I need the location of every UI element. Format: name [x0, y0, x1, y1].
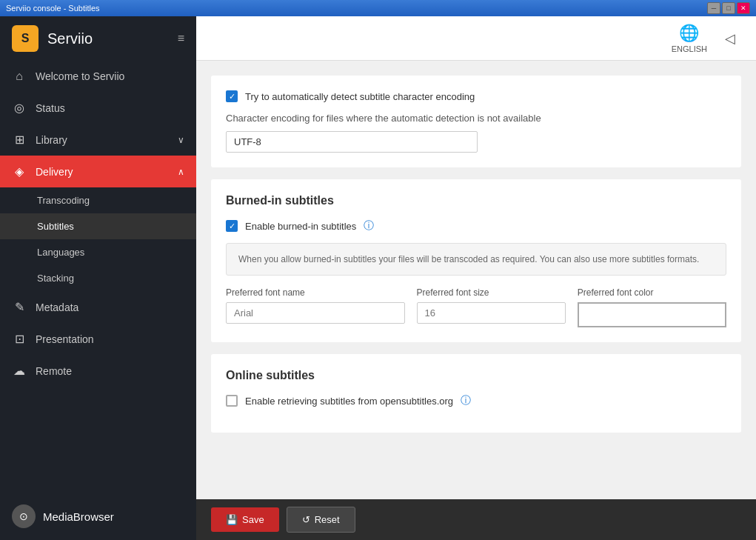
online-subtitles-section: Online subtitles Enable retrieving subti…	[211, 354, 741, 433]
app-window: Serviio console - Subtitles ─ □ ✕ S Serv…	[0, 0, 756, 540]
font-fields-row: Preferred font name Preferred font size …	[226, 287, 726, 327]
sidebar-item-stacking[interactable]: Stacking	[0, 265, 196, 291]
sidebar-item-remote[interactable]: ☁ Remote	[0, 355, 196, 387]
save-button[interactable]: 💾 Save	[211, 507, 279, 532]
font-name-group: Preferred font name	[226, 287, 405, 327]
font-size-input[interactable]	[417, 302, 566, 324]
hamburger-menu[interactable]: ≡	[178, 32, 184, 45]
font-color-group: Preferred font color	[578, 287, 726, 327]
main-content: 🌐 ENGLISH ◁ ✓ Try to automatically detec…	[196, 16, 756, 540]
online-section-title: Online subtitles	[226, 369, 726, 382]
app-name: Serviio	[47, 30, 93, 47]
sidebar-item-label: Status	[36, 102, 65, 114]
close-button[interactable]: ✕	[737, 2, 750, 14]
content-header: 🌐 ENGLISH ◁	[196, 16, 756, 61]
reset-button[interactable]: ↺ Reset	[287, 507, 355, 533]
font-name-label: Preferred font name	[226, 287, 405, 298]
burned-enable-checkbox[interactable]: ✓	[226, 220, 238, 232]
media-browser-icon: ⊙	[12, 504, 36, 528]
sidebar-item-label: Library	[36, 134, 67, 146]
status-icon: ◎	[12, 101, 27, 115]
language-label: ENGLISH	[672, 44, 707, 53]
sidebar-sub-label: Transcoding	[37, 195, 90, 206]
sidebar-item-transcoding[interactable]: Transcoding	[0, 187, 196, 213]
sidebar-item-presentation[interactable]: ⊡ Presentation	[0, 323, 196, 355]
content-scroll: ✓ Try to automatically detect subtitle c…	[196, 61, 756, 499]
sidebar-sub-label: Subtitles	[37, 221, 74, 232]
sidebar: S Serviio ≡ ⌂ Welcome to Serviio ◎ Statu…	[0, 16, 196, 540]
reset-icon: ↺	[302, 514, 310, 525]
metadata-icon: ✎	[12, 300, 27, 314]
delivery-icon: ◈	[12, 164, 27, 179]
opensubtitles-checkbox[interactable]	[226, 395, 238, 407]
auto-detect-label: Try to automatically detect subtitle cha…	[245, 91, 475, 102]
burned-help-icon[interactable]: ⓘ	[364, 219, 374, 233]
globe-icon: 🌐	[679, 24, 699, 43]
sidebar-item-status[interactable]: ◎ Status	[0, 92, 196, 124]
sidebar-item-label: Remote	[36, 365, 72, 377]
chevron-down-icon: ∨	[178, 135, 184, 145]
collapse-button[interactable]: ◁	[719, 27, 741, 50]
burned-section-title: Burned-in subtitles	[226, 194, 726, 207]
library-icon: ⊞	[12, 133, 27, 147]
auto-detect-row: ✓ Try to automatically detect subtitle c…	[226, 90, 726, 102]
checkmark-icon: ✓	[229, 221, 235, 231]
sidebar-header: S Serviio ≡	[0, 16, 196, 61]
sidebar-sub-label: Stacking	[37, 273, 74, 284]
minimize-button[interactable]: ─	[707, 2, 720, 14]
sidebar-item-library[interactable]: ⊞ Library ∨	[0, 124, 196, 156]
font-size-label: Preferred font size	[417, 287, 566, 298]
save-icon: 💾	[226, 514, 238, 525]
auto-detect-section: ✓ Try to automatically detect subtitle c…	[211, 76, 741, 167]
window-title: Serviio console - Subtitles	[6, 4, 100, 13]
encoding-input[interactable]	[226, 131, 478, 153]
opensubtitles-label: Enable retrieving subtitles from opensub…	[245, 396, 453, 407]
sidebar-item-languages[interactable]: Languages	[0, 239, 196, 265]
font-color-input[interactable]	[578, 302, 726, 327]
encoding-description: Character encoding for files where the a…	[226, 113, 726, 124]
sidebar-item-label: Delivery	[36, 166, 73, 178]
sidebar-item-label: Presentation	[36, 333, 94, 345]
reset-label: Reset	[315, 514, 340, 525]
sidebar-item-subtitles[interactable]: Subtitles	[0, 213, 196, 239]
media-browser-label: MediaBrowser	[43, 510, 114, 523]
remote-icon: ☁	[12, 364, 27, 378]
auto-detect-checkbox[interactable]: ✓	[226, 90, 238, 102]
content-footer: 💾 Save ↺ Reset	[196, 499, 756, 540]
sidebar-item-label: Metadata	[36, 301, 78, 313]
burned-subtitles-section: Burned-in subtitles ✓ Enable burned-in s…	[211, 179, 741, 342]
opensubtitles-row: Enable retrieving subtitles from opensub…	[226, 394, 726, 407]
sidebar-sub-label: Languages	[37, 247, 84, 258]
presentation-icon: ⊡	[12, 332, 27, 346]
font-size-group: Preferred font size	[417, 287, 566, 327]
burned-enable-row: ✓ Enable burned-in subtitles ⓘ	[226, 219, 726, 233]
burned-enable-label: Enable burned-in subtitles	[245, 221, 356, 232]
logo-icon: S	[12, 25, 39, 52]
opensubtitles-help-icon[interactable]: ⓘ	[461, 394, 471, 407]
font-name-input[interactable]	[226, 302, 405, 324]
sidebar-item-metadata[interactable]: ✎ Metadata	[0, 291, 196, 323]
chevron-up-icon: ∧	[178, 167, 184, 177]
window-controls: ─ □ ✕	[707, 2, 750, 14]
checkmark-icon: ✓	[229, 92, 235, 101]
language-selector[interactable]: 🌐 ENGLISH	[672, 24, 707, 53]
sidebar-item-delivery[interactable]: ◈ Delivery ∧	[0, 156, 196, 187]
font-color-label: Preferred font color	[578, 287, 726, 298]
sidebar-footer: ⊙ MediaBrowser	[0, 493, 196, 540]
home-icon: ⌂	[12, 70, 27, 83]
app-body: S Serviio ≡ ⌂ Welcome to Serviio ◎ Statu…	[0, 16, 756, 540]
title-bar: Serviio console - Subtitles ─ □ ✕	[0, 0, 756, 16]
sidebar-item-label: Welcome to Serviio	[36, 70, 124, 82]
maximize-button[interactable]: □	[722, 2, 735, 14]
burned-info-box: When you allow burned-in subtitles your …	[226, 243, 726, 276]
save-label: Save	[242, 514, 264, 525]
sidebar-item-welcome[interactable]: ⌂ Welcome to Serviio	[0, 61, 196, 92]
